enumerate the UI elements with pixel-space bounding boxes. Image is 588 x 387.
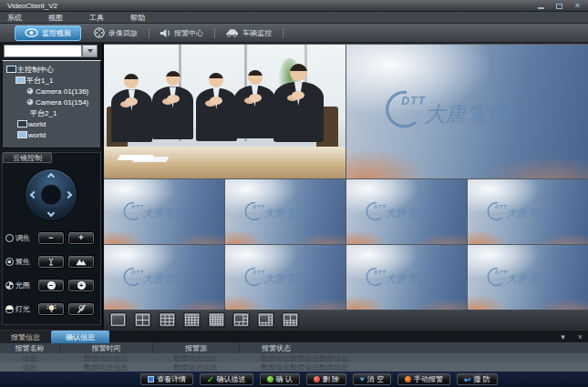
iris-open-button[interactable]: + [68, 280, 94, 291]
svg-text:DTT: DTT [401, 95, 426, 107]
table-row[interactable]: 信息 数据信息信息 数据信息信息 数据信息数据信息数据信息 [0, 362, 588, 372]
focus-icon [5, 258, 14, 266]
tab-vehicle-monitor[interactable]: 车辆监控 [216, 25, 281, 41]
video-tile-watermark[interactable]: DTT 大唐電信 [104, 179, 224, 244]
layout-9-button[interactable] [159, 312, 176, 328]
layout-4-button[interactable] [134, 312, 151, 328]
main-area: 主控制中心 平台1_1 Camera 01(136) Camera 01(154… [0, 43, 588, 330]
svg-text:大唐電信: 大唐電信 [507, 208, 550, 219]
light-on-button[interactable] [38, 303, 64, 315]
tab-alarm-info[interactable]: 报警信息 [0, 331, 51, 343]
ptz-iris-row: 光圈 − + [5, 279, 100, 291]
ptz-focus-row: 聚焦 [5, 255, 100, 268]
zoom-in-button[interactable]: + [68, 232, 94, 244]
action-bar: 查看详情 ✓ 确认描述 确 认 删 除 ♥ 清 空 手动报警 ↩ 撤 防 [0, 372, 588, 387]
layout-8-button[interactable] [257, 312, 274, 328]
focus-near-button[interactable] [38, 256, 64, 268]
tab-playback[interactable]: 录像回放 [85, 25, 147, 41]
video-tile-watermark[interactable]: DTT 大唐電信 [104, 245, 224, 310]
disarm-button[interactable]: ↩ 撤 防 [457, 373, 498, 385]
dtt-watermark: DTT 大唐電信 [481, 267, 574, 289]
dtt-watermark: DTT 大唐電信 [239, 267, 332, 289]
table-row[interactable]: 信息 数据信息信息 数据信息信息 数据信息数据信息数据信息 [0, 353, 588, 362]
camera-icon [26, 87, 33, 95]
close-panel-icon[interactable]: × [578, 331, 583, 342]
svg-text:大唐電信: 大唐電信 [507, 273, 550, 284]
video-tile-watermark[interactable]: DTT 大唐電信 [225, 245, 346, 310]
svg-text:大唐電信: 大唐電信 [386, 208, 428, 219]
layout-25-button[interactable] [208, 312, 225, 328]
confirm-button[interactable]: 确 认 [260, 373, 300, 385]
tab-confirm-info[interactable]: 确认信息 [51, 331, 109, 343]
ptz-light-row: 灯光 [5, 302, 100, 315]
svg-text:大唐電信: 大唐電信 [264, 273, 307, 284]
monitor-icon [15, 76, 24, 84]
device-group-input[interactable] [4, 45, 82, 57]
video-grid: DTT 大唐電信 DTT 大唐電信 DTT 大唐電信 [104, 44, 588, 309]
tree-item-camera-154[interactable]: Camera 01(154) [3, 97, 100, 107]
dtt-watermark: DTT 大唐電信 [118, 267, 211, 289]
col-alarm-status: 报警状态 [239, 343, 588, 353]
video-tile-watermark[interactable]: DTT 大唐電信 [468, 245, 588, 310]
device-group-combobox [4, 45, 98, 57]
minimize-icon [538, 7, 544, 9]
zoom-out-button[interactable]: − [38, 232, 64, 244]
video-tile-watermark[interactable]: DTT 大唐電信 [346, 179, 467, 244]
video-tile-watermark[interactable]: DTT 大唐電信 [346, 45, 588, 178]
ptz-right-button[interactable] [65, 191, 72, 199]
layout-1-button[interactable] [109, 312, 127, 328]
flower-near-icon [46, 257, 56, 266]
camera-icon [26, 98, 33, 106]
collapse-panel-icon[interactable]: ▾ [561, 331, 565, 342]
person [234, 70, 275, 147]
car-icon [225, 28, 239, 37]
menu-view[interactable]: 视图 [48, 13, 63, 23]
minimize-button[interactable] [536, 2, 546, 10]
person [152, 71, 193, 146]
tab-live-video[interactable]: 监控视频 [15, 25, 81, 41]
ptz-left-button[interactable] [30, 191, 37, 199]
tree-item-control-center[interactable]: 主控制中心 [3, 64, 100, 75]
light-off-button[interactable] [68, 303, 94, 315]
layout-10-button[interactable] [282, 312, 299, 328]
view-details-button[interactable]: 查看详情 [140, 373, 193, 385]
tree-item-world-1[interactable]: world [3, 118, 100, 129]
plus-circle-icon: + [77, 281, 86, 290]
video-tile-watermark[interactable]: DTT 大唐電信 [468, 179, 588, 244]
iris-close-button[interactable]: − [38, 280, 64, 291]
tab-alarm-center[interactable]: 报警中心 [150, 25, 212, 41]
tree-item-camera-136[interactable]: Camera 01(136) [3, 86, 100, 97]
film-icon [94, 27, 105, 38]
device-tree: 主控制中心 平台1_1 Camera 01(136) Camera 01(154… [2, 60, 101, 148]
manual-alarm-button[interactable]: 手动报警 [397, 373, 450, 385]
video-tile-watermark[interactable]: DTT 大唐電信 [346, 245, 467, 310]
ptz-center-knob[interactable] [40, 184, 62, 206]
ptz-up-button[interactable] [47, 173, 55, 180]
ptz-down-button[interactable] [47, 209, 55, 217]
check-icon: ✓ [207, 375, 214, 384]
layout-6-button[interactable] [232, 312, 250, 328]
delete-button[interactable]: 删 除 [306, 373, 346, 385]
clear-button[interactable]: ♥ 清 空 [353, 373, 391, 385]
svg-text:大唐電信: 大唐電信 [143, 208, 186, 219]
video-tile-live-camera[interactable] [104, 45, 346, 178]
video-tile-watermark[interactable]: DTT 大唐電信 [225, 179, 346, 244]
tree-item-platform1[interactable]: 平台1_1 [3, 75, 100, 86]
tree-item-world-2[interactable]: world [3, 129, 100, 140]
confirm-description-button[interactable]: ✓ 确认描述 [200, 373, 253, 385]
combobox-dropdown-button[interactable] [82, 45, 98, 57]
layout-16-button[interactable] [183, 312, 201, 328]
menu-tools[interactable]: 工具 [89, 13, 104, 23]
menu-system[interactable]: 系统 [7, 13, 22, 23]
dtt-watermark: DTT 大唐電信 [360, 267, 453, 289]
focus-far-button[interactable] [68, 256, 94, 268]
bulb-off-icon [77, 304, 87, 314]
maximize-button[interactable] [554, 2, 564, 10]
svg-text:大唐電信: 大唐電信 [264, 208, 307, 219]
close-button[interactable]: × [573, 2, 583, 10]
menu-help[interactable]: 帮助 [130, 13, 145, 23]
tree-item-platform2[interactable]: 平台2_1 [3, 107, 100, 118]
ptz-panel: 云镜控制 调焦 − + 聚焦 [2, 152, 101, 325]
meeting-table [104, 147, 346, 178]
toolbar: 监控视频 录像回放 报警中心 车辆监控 [0, 24, 588, 43]
